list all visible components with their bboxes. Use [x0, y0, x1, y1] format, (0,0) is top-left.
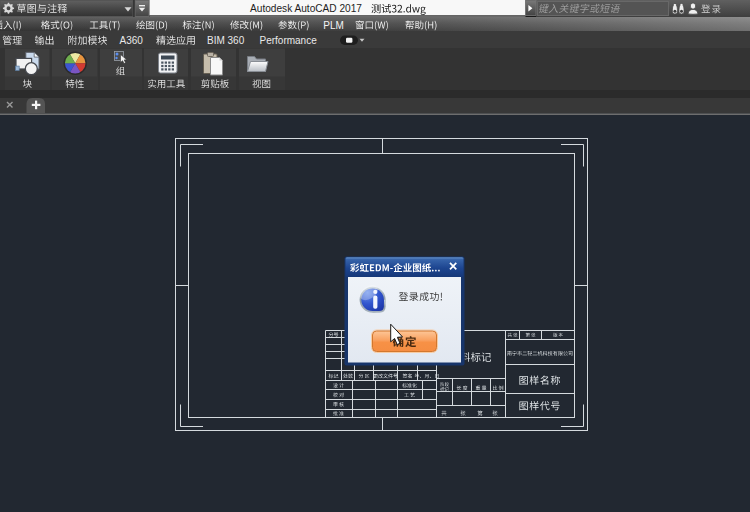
svg-text:BIM 360: BIM 360 — [207, 35, 245, 46]
svg-text:Performance: Performance — [260, 35, 318, 46]
svg-text:PLM: PLM — [323, 20, 344, 31]
svg-text:Autodesk AutoCAD 2017: Autodesk AutoCAD 2017 — [250, 2, 362, 14]
svg-text:A360: A360 — [120, 35, 144, 46]
